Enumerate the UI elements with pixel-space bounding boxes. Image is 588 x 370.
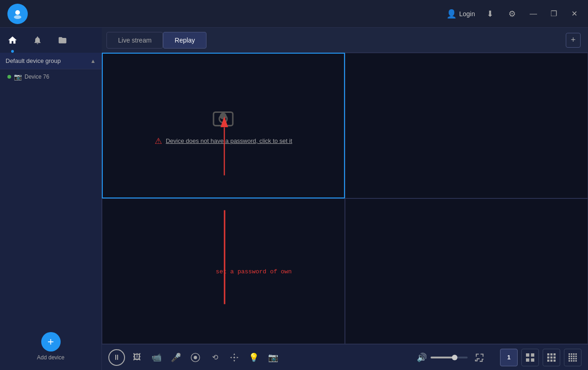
video-cell-4[interactable] [345,198,588,344]
pause-icon: ⏸ [113,353,120,362]
volume-slider[interactable] [431,357,468,358]
volume-fill [431,357,455,358]
svg-point-0 [15,10,20,15]
svg-rect-38 [575,358,577,359]
pause-button[interactable]: ⏸ [108,349,125,366]
device-group-header[interactable]: Default device group ▲ [0,53,101,69]
svg-rect-26 [554,359,556,362]
download-icon: ⬇ [487,9,494,19]
layout-buttons: 1 [494,349,588,366]
content-panel: ⚠ Device does not have a password, click… [102,53,588,370]
nav-home[interactable] [0,28,25,53]
ptz-button[interactable] [227,350,242,365]
sidebar-bottom: + Add device [0,323,101,370]
login-label: Login [459,10,475,18]
download-button[interactable]: ⬇ [482,6,497,21]
svg-rect-15 [531,353,534,357]
warning-message: ⚠ Device does not have a password, click… [155,136,292,146]
video-cell-2[interactable] [345,53,588,198]
fullscreen-button[interactable] [472,350,487,365]
svg-rect-22 [550,356,553,358]
bottom-row: ⏸ 🖼 📹 🎤 ⟲ [102,344,588,370]
volume-icon: 🔊 [417,352,427,363]
camera-large-icon [211,105,236,130]
app-logo[interactable] [7,4,28,24]
mic-button[interactable]: 🎤 [169,350,183,365]
svg-rect-29 [573,353,575,355]
svg-rect-33 [573,355,575,357]
login-button[interactable]: 👤 Login [446,9,475,19]
video-grid: ⚠ Device does not have a password, click… [102,53,588,344]
minimize-button[interactable]: — [527,7,540,20]
light-button[interactable]: 💡 [246,350,261,365]
layout-9-button[interactable] [543,349,560,366]
record-button[interactable]: 📹 [149,350,164,365]
screenshot-icon: 🖼 [133,352,141,362]
cell-1-content: ⚠ Device does not have a password, click… [155,105,292,146]
add-icon: + [571,35,576,45]
cam-settings-icon: 📷 [268,352,278,363]
tab-replay[interactable]: Replay [163,32,206,49]
tab-live-stream[interactable]: Live stream [106,32,163,49]
video-cell-1[interactable]: ⚠ Device does not have a password, click… [102,53,345,198]
warning-icon: ⚠ [155,136,162,146]
close-button[interactable]: ✕ [568,7,581,20]
volume-area: 🔊 [417,352,468,363]
camera-icon: 📷 [14,73,22,80]
video-cell-3[interactable]: set a password of own [102,198,345,344]
topbar-right: 👤 Login ⬇ ⚙ — ❐ ✕ [446,6,581,21]
navtabs-right: + [566,33,581,48]
svg-rect-19 [550,353,553,356]
add-device-label: Add device [37,354,64,361]
svg-point-1 [14,15,21,19]
device-group-label: Default device group [6,57,61,64]
password-warning-link[interactable]: Device does not have a password, click t… [166,137,292,144]
svg-rect-24 [547,359,550,362]
minimize-icon: — [530,10,537,18]
svg-rect-30 [575,353,577,355]
svg-rect-34 [575,355,577,357]
user-icon: 👤 [446,9,457,19]
svg-rect-36 [571,358,572,359]
topbar: 👤 Login ⬇ ⚙ — ❐ ✕ [0,0,588,28]
svg-point-12 [194,356,197,359]
layout-4-button[interactable] [521,349,539,366]
maximize-button[interactable]: ❐ [547,7,560,20]
mic-icon: 🎤 [171,352,181,363]
svg-rect-17 [531,358,534,361]
record-icon: 📹 [151,352,162,363]
svg-rect-40 [571,360,572,361]
control-bar: ⏸ 🖼 📹 🎤 ⟲ [102,349,494,366]
svg-rect-32 [571,355,572,357]
maximize-icon: ❐ [550,9,557,18]
svg-rect-35 [569,358,570,359]
svg-rect-28 [571,353,572,355]
nav-folder[interactable] [50,28,75,53]
nav-bell[interactable] [25,28,50,53]
main-content: Default device group ▲ 📷 Device 76 + Add… [0,53,588,370]
light-icon: 💡 [249,352,259,363]
svg-rect-20 [554,353,556,356]
layout-1-button[interactable]: 1 [500,349,518,366]
layout-16-button[interactable] [564,349,582,366]
screenshot-button[interactable]: 🖼 [130,350,144,365]
add-device-button[interactable]: + [41,332,61,352]
gear-icon: ⚙ [508,9,516,19]
svg-rect-42 [575,360,577,361]
rotate-button[interactable]: ⟲ [207,350,222,365]
close-icon: ✕ [571,9,577,18]
svg-rect-16 [526,358,529,361]
svg-rect-37 [573,358,575,359]
nav-icons [0,28,102,53]
chevron-up-icon: ▲ [90,58,96,64]
device-name: Device 76 [25,74,49,80]
cam-settings-button[interactable]: 📷 [266,350,281,365]
navtabs: Live stream Replay + [0,28,588,53]
device-list-item[interactable]: 📷 Device 76 [0,69,101,84]
talk-button[interactable] [188,350,203,365]
svg-rect-18 [547,353,550,356]
layout-1-label: 1 [507,354,510,361]
settings-button[interactable]: ⚙ [505,6,519,21]
add-view-button[interactable]: + [566,33,581,48]
svg-rect-27 [569,353,570,355]
